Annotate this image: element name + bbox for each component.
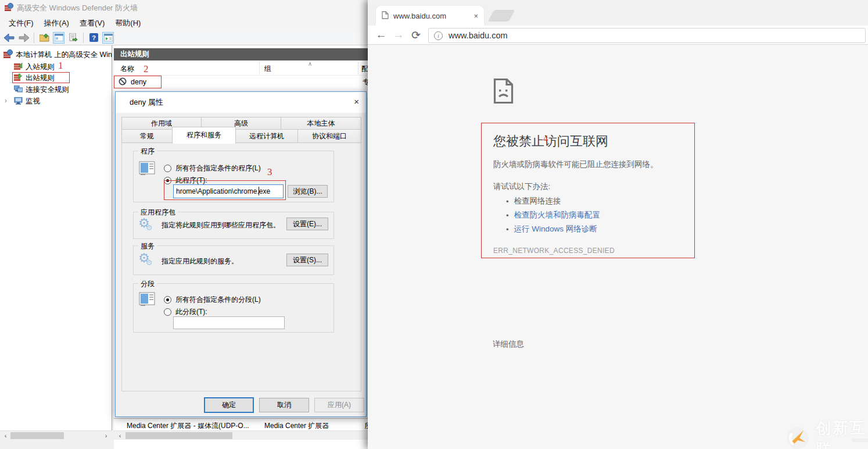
tab-close-icon[interactable]: × bbox=[474, 12, 478, 20]
radio-all-programs[interactable]: 所有符合指定条件的程序(L) bbox=[164, 163, 261, 173]
address-bar[interactable]: i www.baidu.com bbox=[428, 28, 866, 43]
browser-toolbar: ← → ⟳ i www.baidu.com bbox=[368, 26, 868, 45]
connection-security-label: 连接安全规则 bbox=[26, 85, 69, 95]
export-list-icon[interactable] bbox=[67, 32, 79, 44]
console-window-icon[interactable] bbox=[53, 32, 64, 44]
menu-help[interactable]: 帮助(H) bbox=[110, 16, 146, 30]
page-info-icon[interactable]: i bbox=[434, 31, 443, 40]
page-icon bbox=[382, 11, 389, 21]
tree-item-outbound-rules[interactable]: 出站规则 bbox=[14, 73, 55, 83]
error-code: ERR_NETWORK_ACCESS_DENIED bbox=[493, 247, 615, 255]
browser-tab-strip: www.baidu.com × bbox=[368, 0, 868, 26]
close-icon[interactable]: × bbox=[354, 97, 359, 106]
app-package-settings-button[interactable]: 设置(E)... bbox=[286, 218, 328, 230]
radio-icon[interactable] bbox=[164, 165, 171, 172]
toolbar-separator bbox=[34, 33, 34, 43]
suggestion-check-firewall-link[interactable]: 检查防火墙和防病毒配置 bbox=[514, 210, 601, 220]
program-path-input[interactable] bbox=[173, 184, 284, 198]
column-name[interactable]: 名称 bbox=[120, 64, 134, 74]
annotation-number-2: 2 bbox=[144, 63, 149, 75]
radio-icon[interactable] bbox=[164, 296, 171, 304]
apply-button[interactable]: 应用(A) bbox=[314, 398, 364, 412]
suggestion-item: • 运行 Windows 网络诊断 bbox=[506, 224, 597, 234]
toolbar-separator bbox=[83, 33, 84, 43]
scroll-right-icon[interactable]: › bbox=[102, 432, 110, 440]
segment-group-label: 分段 bbox=[138, 279, 157, 289]
sad-page-icon bbox=[493, 77, 514, 106]
suggestion-check-network: 检查网络连接 bbox=[514, 196, 561, 206]
browse-button[interactable]: 浏览(B)... bbox=[288, 185, 328, 198]
suggestion-run-diagnostics-link[interactable]: 运行 Windows 网络诊断 bbox=[514, 224, 597, 234]
menu-file[interactable]: 文件(F) bbox=[3, 16, 39, 30]
tab-programs-and-services[interactable]: 程序和服务 bbox=[172, 127, 236, 144]
rule-row-deny[interactable]: deny 专 bbox=[114, 76, 368, 88]
tree-horizontal-scrollbar[interactable]: ‹ › bbox=[0, 430, 112, 440]
rule-row-media-center[interactable]: Media Center 扩展器 - 媒体流(UDP-O... Media Ce… bbox=[114, 418, 368, 430]
forward-arrow-icon[interactable] bbox=[18, 32, 30, 44]
menu-view[interactable]: 查看(V) bbox=[74, 16, 110, 30]
segment-input[interactable] bbox=[173, 316, 285, 329]
sort-asc-icon: ∧ bbox=[308, 60, 312, 67]
ok-button[interactable]: 确定 bbox=[204, 397, 254, 413]
url-text[interactable]: www.baidu.com bbox=[449, 31, 508, 40]
scrollbar-thumb[interactable] bbox=[125, 432, 232, 439]
connection-security-icon bbox=[14, 85, 23, 95]
service-settings-button[interactable]: 设置(S)... bbox=[286, 254, 328, 266]
browser-forward-icon[interactable]: → bbox=[391, 27, 406, 42]
menu-action[interactable]: 操作(A) bbox=[39, 16, 74, 30]
radio-icon[interactable] bbox=[164, 308, 171, 316]
outbound-rules-label: 出站规则 bbox=[26, 73, 55, 83]
tab-local-principals[interactable]: 本地主体 bbox=[281, 117, 361, 130]
bullet-icon: • bbox=[506, 197, 509, 206]
deny-properties-dialog: deny 属性 × 作用域 高级 本地主体 常规 程序和服务 远程计算机 协议和… bbox=[115, 91, 367, 417]
action-pane-icon[interactable] bbox=[102, 32, 114, 44]
tree-item-connection-security[interactable]: 连接安全规则 bbox=[14, 85, 69, 95]
app-package-group: 应用程序包 ⚙⚙ 指定将此规则应用到哪些应用程序包。 设置(E)... bbox=[133, 212, 334, 239]
browser-back-icon[interactable]: ← bbox=[374, 27, 389, 42]
program-path-wrap bbox=[173, 184, 284, 198]
cancel-button[interactable]: 取消 bbox=[259, 398, 309, 412]
dialog-title: deny 属性 bbox=[116, 92, 366, 113]
annotation-number-1: 1 bbox=[58, 60, 63, 72]
tree-item-inbound-rules[interactable]: 入站规则 bbox=[14, 62, 55, 72]
tab-remote-computers[interactable]: 远程计算机 bbox=[235, 129, 298, 143]
tree-item-monitoring[interactable]: 监视 bbox=[14, 97, 40, 106]
suggestion-item: • 检查网络连接 bbox=[506, 196, 561, 206]
watermark-brand: 创新互联 bbox=[816, 419, 866, 449]
expand-chevron-icon[interactable]: › bbox=[5, 97, 7, 105]
tab-protocols-and-ports[interactable]: 协议和端口 bbox=[297, 129, 361, 143]
menu-bar: 文件(F) 操作(A) 查看(V) 帮助(H) bbox=[0, 16, 368, 30]
annotation-number-3: 3 bbox=[267, 166, 272, 178]
error-subtext: 防火墙或防病毒软件可能已阻止您连接到网络。 bbox=[493, 159, 658, 170]
new-tab-button[interactable] bbox=[488, 10, 515, 22]
scrollbar-thumb[interactable] bbox=[10, 432, 64, 439]
program-group: 程序 所有符合指定条件的程序(L) 此程序(T): 浏览(B)... bbox=[133, 151, 334, 202]
column-divider[interactable] bbox=[358, 62, 358, 74]
service-group-label: 服务 bbox=[138, 241, 157, 251]
tree-root[interactable]: 本地计算机 上的高级安全 Win bbox=[3, 49, 112, 60]
back-arrow-icon[interactable] bbox=[3, 32, 15, 44]
list-horizontal-scrollbar[interactable]: ‹ bbox=[114, 430, 368, 440]
tab-general[interactable]: 常规 bbox=[121, 129, 173, 143]
browser-window: www.baidu.com × ← → ⟳ i www.baidu.com 您被… bbox=[368, 0, 868, 449]
svg-text:?: ? bbox=[92, 34, 96, 41]
program-icon bbox=[139, 161, 155, 177]
pane-header: 出站规则 bbox=[114, 48, 368, 60]
browser-refresh-icon[interactable]: ⟳ bbox=[408, 27, 424, 42]
monitoring-label: 监视 bbox=[26, 97, 40, 106]
scroll-left-icon[interactable]: ‹ bbox=[116, 432, 124, 440]
radio-icon[interactable] bbox=[164, 177, 171, 184]
column-group[interactable]: 组 bbox=[264, 64, 271, 74]
radio-all-segments[interactable]: 所有符合指定条件的分段(L) bbox=[164, 295, 261, 305]
details-link[interactable]: 详细信息 bbox=[493, 339, 524, 350]
segment-icon bbox=[139, 292, 155, 308]
browser-tab[interactable]: www.baidu.com × bbox=[376, 6, 484, 26]
firewall-root-icon bbox=[3, 49, 13, 60]
radio-this-segment[interactable]: 此分段(T): bbox=[164, 307, 207, 317]
gears-icon: ⚙⚙ bbox=[138, 216, 156, 231]
scroll-left-icon[interactable]: ‹ bbox=[1, 432, 10, 440]
column-divider[interactable] bbox=[259, 62, 260, 74]
radio-all-programs-label: 所有符合指定条件的程序(L) bbox=[175, 163, 261, 173]
help-icon[interactable]: ? bbox=[88, 32, 99, 44]
import-policy-icon[interactable] bbox=[38, 32, 50, 44]
